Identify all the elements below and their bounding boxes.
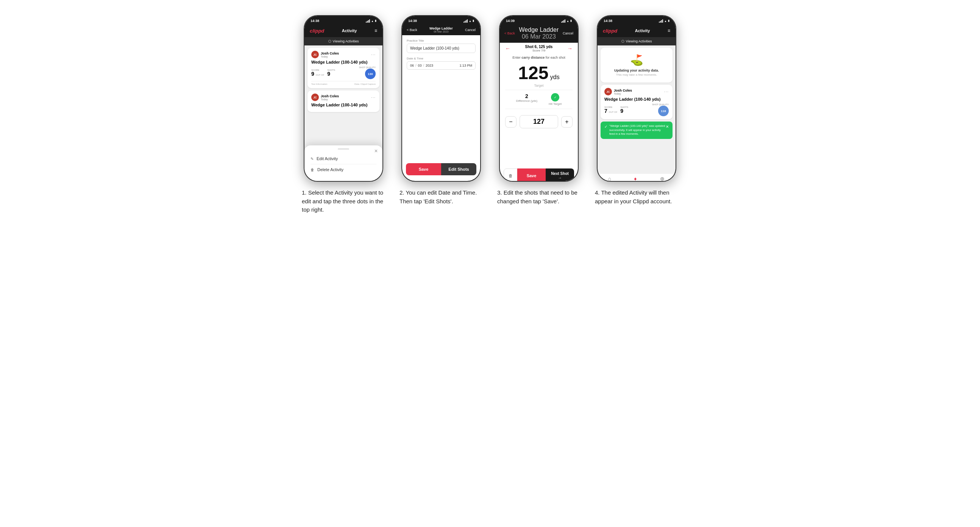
wifi-icon-2: ▲ <box>469 20 471 22</box>
shot-nav-title-3: Wedge Ladder <box>519 27 559 33</box>
updating-sub-4: This may take a few moments. <box>607 73 667 76</box>
day-val: 06 <box>410 63 414 67</box>
signal-1 <box>366 19 370 23</box>
score-val-4: 7 <box>605 108 608 114</box>
phone-2-column: 14:38 ▲ ▮ < Back <box>398 15 485 206</box>
user-date-4: Today <box>614 92 632 95</box>
quality-badge-1: 130 <box>365 68 375 79</box>
practice-title-label: Practice Title <box>407 39 476 43</box>
prev-shot-btn[interactable]: ← <box>505 45 511 51</box>
score-val-1: 9 <box>311 71 314 76</box>
edit-activity-item[interactable]: ✎ Edit Activity <box>310 153 376 164</box>
cancel-btn-3[interactable]: Cancel <box>563 32 573 35</box>
home-icon-4: ⌂ <box>608 176 611 181</box>
wifi-icon-1: ▲ <box>371 20 374 22</box>
back-btn-3[interactable]: < Back <box>504 32 515 35</box>
edit-label: Edit Activity <box>317 156 338 161</box>
toast-close-4[interactable]: ✕ <box>666 124 669 130</box>
viewing-label-1: Viewing Activities <box>333 40 359 43</box>
three-dots-4[interactable]: ··· <box>664 89 669 94</box>
datetime-label: Date & Time <box>407 57 476 60</box>
next-shot-btn-3[interactable]: Next Shot → <box>546 168 574 181</box>
menu-icon-1[interactable]: ≡ <box>374 28 377 33</box>
user-date-1: Today <box>321 55 339 58</box>
golf-flag-icon: ⛳ <box>607 54 667 66</box>
yds-number-3: 125 <box>518 63 548 83</box>
cancel-btn-2[interactable]: Cancel <box>465 28 476 32</box>
capture-icon-4: ⊕ <box>660 176 665 181</box>
caption-1: 1. Select the Activity you want to edit … <box>302 189 385 214</box>
logo-1: clippd <box>310 28 324 34</box>
user-date-2: Today <box>321 98 339 101</box>
sheet-handle <box>338 148 349 149</box>
activity-title-1: Wedge Ladder (100-140 yds) <box>311 60 375 64</box>
center-info-2: Wedge Ladder 06 Mar 2023 <box>430 27 453 33</box>
next-shot-arrow-btn[interactable]: → <box>567 45 573 51</box>
updating-text-4: Updating your activity data. <box>607 68 667 72</box>
phones-row: 14:38 ▲ ▮ clippd Acti <box>300 15 680 214</box>
edit-icon: ✎ <box>310 157 313 161</box>
battery-icon-3: ▮ <box>570 19 572 22</box>
yds-display-3: 125 yds <box>500 62 578 84</box>
nav-bar-1: clippd Activity ≡ <box>304 24 382 37</box>
phone-4-column: 14:38 ▲ ▮ clippd Acti <box>593 15 680 206</box>
shot-screen-3: ← Shot 6, 125 yds Score 7/9 → Enter carr… <box>500 43 578 181</box>
plus-btn-3[interactable]: + <box>561 116 573 128</box>
time-3: 14:39 <box>506 19 515 23</box>
carry-instruction-3: Enter carry distance for each shot <box>500 54 578 61</box>
form-nav-2: < Back Wedge Ladder 06 Mar 2023 Cancel <box>402 24 480 35</box>
card-header-4: JC Josh Coles Today ··· <box>605 88 669 95</box>
wifi-icon-4: ▲ <box>664 20 667 22</box>
practice-title-input[interactable] <box>407 44 476 53</box>
activity-card-1: JC Josh Coles Today ··· Wedge Ladder (10… <box>307 48 379 88</box>
datetime-row[interactable]: 06 / 03 / 2023 1:13 PM <box>407 61 476 70</box>
quality-label-4: Shot Quality <box>652 103 669 106</box>
phone-1-column: 14:38 ▲ ▮ clippd Acti <box>300 15 387 214</box>
viewing-label-4: Viewing Activities <box>626 40 652 43</box>
hit-target-label: Hit Target <box>549 102 562 106</box>
screen-content-4: ⬡ Viewing Activities ⛳ Updating your act… <box>598 37 676 181</box>
sheet-close[interactable]: ✕ <box>374 148 378 154</box>
month-val: 03 <box>418 63 422 67</box>
shot-input-3[interactable] <box>520 115 558 129</box>
back-btn-2[interactable]: < Back <box>407 28 417 32</box>
caption-4: 4. The edited Activity will then appear … <box>595 189 678 206</box>
edit-shots-button[interactable]: Edit Shots <box>441 163 476 175</box>
save-button-2[interactable]: Save <box>406 163 441 175</box>
shot-nav-date-3: 06 Mar 2023 <box>519 33 559 40</box>
updating-box-4: ⛳ Updating your activity data. This may … <box>601 48 673 83</box>
battery-icon-4: ▮ <box>668 19 670 22</box>
difference-stat: 2 Difference (yds) <box>516 93 537 106</box>
screen-3: 14:39 ▲ ▮ < Back <box>500 16 578 181</box>
tab-activities-4[interactable]: ♦ Activities <box>630 176 641 181</box>
delete-label: Delete Activity <box>317 167 344 172</box>
form-title-2: Wedge Ladder <box>430 27 453 30</box>
avatar-4: JC <box>605 88 612 95</box>
yds-target-3: Target <box>500 84 578 87</box>
center-info-3: Wedge Ladder 06 Mar 2023 <box>519 27 559 40</box>
tab-bar-4: ⌂ Home ♦ Activities ⊕ Capture <box>598 173 676 181</box>
signal-2 <box>463 19 468 23</box>
shot-input-row-3: − + <box>500 111 578 132</box>
menu-icon-4[interactable]: ≡ <box>668 28 670 33</box>
caption-3: 3. Edit the shots that need to be change… <box>497 189 581 206</box>
delete-activity-item[interactable]: 🗑 Delete Activity <box>310 164 376 175</box>
delete-btn-3[interactable]: 🗑 <box>504 168 517 181</box>
footer-right-1: Data: Clippd Capture <box>355 83 375 85</box>
tab-capture-4[interactable]: ⊕ Capture <box>658 176 667 181</box>
logo-4: clippd <box>603 28 617 34</box>
three-dots-1[interactable]: ··· <box>371 52 375 57</box>
shot-buttons-3: 🗑 Save Next Shot → <box>504 168 574 181</box>
nav-title-4: Activity <box>635 29 650 33</box>
three-dots-2[interactable]: ··· <box>371 95 375 100</box>
quality-label-1: Shot Quality <box>359 66 375 68</box>
card-header-2: JC Josh Coles Today ··· <box>311 94 375 101</box>
card-header-1: JC Josh Coles Today ··· <box>311 51 375 58</box>
save-btn-3[interactable]: Save <box>517 168 546 181</box>
screen-4: 14:38 ▲ ▮ clippd Acti <box>598 16 676 181</box>
tab-home-4[interactable]: ⌂ Home <box>606 176 613 181</box>
notch-1 <box>326 16 361 24</box>
minus-btn-3[interactable]: − <box>505 116 517 128</box>
shot-number-3: Shot 6, 125 yds <box>525 44 553 49</box>
viewing-activities-bar-4: ⬡ Viewing Activities <box>598 37 676 45</box>
